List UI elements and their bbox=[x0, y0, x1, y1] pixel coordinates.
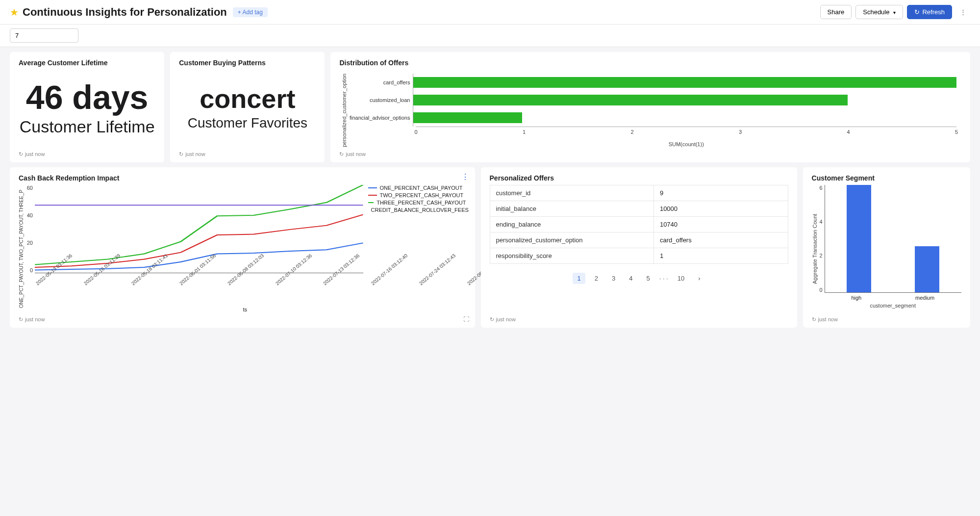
panel-distribution: Distribution of Offers personalized_cust… bbox=[330, 52, 970, 162]
table-row: responsibility_score1 bbox=[490, 248, 788, 263]
page-button[interactable]: 4 bbox=[625, 273, 637, 284]
panel-timestamp: just now bbox=[496, 316, 516, 322]
legend-label: CREDIT_BALANCE_ROLLOVER_FEES bbox=[371, 207, 469, 213]
panel-title: Cash Back Redemption Impact bbox=[19, 174, 466, 182]
chart-ylabel: Aggregate Transaction Count bbox=[812, 185, 818, 312]
axis-tick: 0 bbox=[414, 129, 417, 135]
schedule-button[interactable]: Schedule bbox=[855, 5, 903, 19]
table-key: ending_balance bbox=[490, 216, 653, 232]
panel-title: Distribution of Offers bbox=[339, 59, 961, 67]
add-tag-button[interactable]: + Add tag bbox=[233, 7, 268, 17]
axis-tick: 5 bbox=[955, 129, 958, 135]
hbar-category: financial_advisor_options bbox=[349, 115, 413, 121]
page-header: ★ Continuous Insights for Personalizatio… bbox=[0, 0, 980, 25]
chart-xlabel: customer_segment bbox=[825, 301, 961, 309]
chart-ylabel: personalized_customer_option bbox=[339, 74, 349, 147]
panel-timestamp: just now bbox=[185, 151, 205, 157]
pagination: 12345· · ·10› bbox=[490, 269, 788, 288]
legend-label: TWO_PERCENT_CASH_PAYOUT bbox=[380, 192, 464, 198]
axis-tick: 60 bbox=[24, 185, 33, 191]
panel-patterns: Customer Buying Patterns concert Custome… bbox=[170, 52, 325, 162]
filter-input[interactable] bbox=[10, 28, 78, 43]
table-key: initial_balance bbox=[490, 201, 653, 216]
axis-tick: 0 bbox=[818, 287, 823, 293]
hbar-row: financial_advisor_options bbox=[349, 109, 956, 127]
page-button[interactable]: 3 bbox=[607, 273, 620, 284]
refresh-icon: ↻ bbox=[914, 8, 920, 16]
table-key: customer_id bbox=[490, 185, 653, 201]
hbar-category: customized_loan bbox=[349, 97, 413, 103]
chart-legend: ONE_PERCENT_CASH_PAYOUTTWO_PERCENT_CASH_… bbox=[363, 185, 466, 280]
page-next-button[interactable]: › bbox=[694, 273, 704, 284]
more-menu-icon[interactable]: ⋮ bbox=[956, 5, 970, 19]
axis-tick: medium bbox=[915, 295, 934, 301]
panel-segment: Customer Segment Aggregate Transaction C… bbox=[803, 167, 970, 328]
panel-title: Customer Segment bbox=[812, 174, 961, 182]
table-row: initial_balance10000 bbox=[490, 201, 788, 216]
lifetime-sub: Customer Lifetime bbox=[20, 117, 155, 137]
refresh-button[interactable]: ↻Refresh bbox=[907, 5, 952, 19]
expand-icon[interactable]: ⛶ bbox=[463, 316, 469, 323]
refresh-icon bbox=[179, 151, 183, 157]
lifetime-value: 46 days bbox=[26, 80, 149, 114]
panel-timestamp: just now bbox=[818, 316, 838, 322]
table-value: 1 bbox=[653, 248, 788, 263]
offers-table: customer_id9initial_balance10000ending_b… bbox=[490, 185, 788, 264]
refresh-icon bbox=[19, 151, 23, 157]
panel-title: Customer Buying Patterns bbox=[179, 59, 316, 67]
legend-label: THREE_PERCENT_CASH_PAYOUT bbox=[377, 200, 466, 206]
panel-timestamp: just now bbox=[346, 151, 365, 157]
panel-offers-table: Personalized Offers customer_id9initial_… bbox=[481, 167, 797, 328]
hbar-fill bbox=[413, 77, 956, 87]
legend-swatch bbox=[368, 187, 377, 188]
line-series bbox=[35, 185, 363, 264]
table-value: 9 bbox=[653, 185, 788, 201]
axis-tick: 6 bbox=[818, 185, 823, 191]
page-ellipsis: · · · bbox=[659, 275, 668, 282]
table-value: card_offers bbox=[653, 232, 788, 248]
page-button[interactable]: 10 bbox=[673, 273, 689, 284]
chevron-down-icon bbox=[892, 8, 896, 16]
page-button[interactable]: 2 bbox=[590, 273, 603, 284]
panel-cashback: ⋮ Cash Back Redemption Impact ONE_PCT_PA… bbox=[10, 167, 475, 328]
axis-tick: 2 bbox=[630, 129, 633, 135]
header-actions: Share Schedule ↻Refresh ⋮ bbox=[820, 5, 970, 19]
star-icon[interactable]: ★ bbox=[10, 6, 19, 18]
hbar-row: card_offers bbox=[349, 74, 956, 91]
chart-xlabel: SUM(count(1)) bbox=[416, 141, 956, 147]
panel-timestamp: just now bbox=[25, 151, 45, 157]
refresh-icon bbox=[812, 316, 816, 323]
table-key: personalized_customer_option bbox=[490, 232, 653, 248]
hbar-fill bbox=[413, 112, 522, 123]
axis-tick: 1 bbox=[523, 129, 526, 135]
table-key: responsibility_score bbox=[490, 248, 653, 263]
panel-lifetime: Average Customer Lifetime 46 days Custom… bbox=[10, 52, 164, 162]
refresh-icon bbox=[19, 316, 23, 323]
axis-tick: 4 bbox=[847, 129, 850, 135]
axis-tick: 0 bbox=[24, 267, 33, 273]
vbar-bar bbox=[915, 246, 939, 292]
line-chart-svg bbox=[35, 185, 363, 273]
table-value: 10740 bbox=[653, 216, 788, 232]
axis-tick: 4 bbox=[818, 219, 823, 225]
vbar-bar bbox=[847, 185, 871, 292]
filter-bar bbox=[0, 25, 980, 47]
table-row: personalized_customer_optioncard_offers bbox=[490, 232, 788, 248]
patterns-sub: Customer Favorites bbox=[188, 115, 307, 131]
legend-item: THREE_PERCENT_CASH_PAYOUT bbox=[368, 200, 466, 206]
axis-tick: 20 bbox=[24, 240, 33, 246]
refresh-icon bbox=[339, 151, 344, 157]
chart-ylabel: ONE_PCT_PAYOUT, TWO_PCT_PAYOUT, THREE_P bbox=[19, 185, 24, 312]
hbar-fill bbox=[413, 95, 848, 105]
page-button[interactable]: 5 bbox=[642, 273, 654, 284]
legend-item: ONE_PERCENT_CASH_PAYOUT bbox=[368, 185, 466, 191]
page-button[interactable]: 1 bbox=[573, 273, 585, 284]
table-row: customer_id9 bbox=[490, 185, 788, 201]
patterns-value: concert bbox=[200, 85, 295, 112]
hbar-category: card_offers bbox=[349, 79, 413, 85]
panel-menu-icon[interactable]: ⋮ bbox=[461, 172, 469, 181]
axis-tick: high bbox=[851, 295, 861, 301]
panel-title: Personalized Offers bbox=[490, 174, 788, 182]
refresh-icon bbox=[490, 316, 494, 323]
share-button[interactable]: Share bbox=[820, 5, 852, 19]
